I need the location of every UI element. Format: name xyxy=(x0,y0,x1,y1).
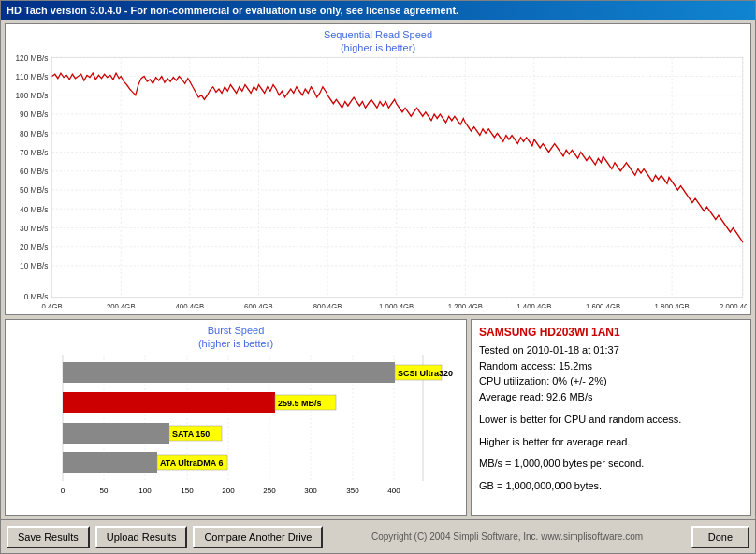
drive-note1: Lower is better for CPU and random acces… xyxy=(479,412,743,429)
svg-text:0,4GB: 0,4GB xyxy=(42,303,63,308)
svg-text:0 MB/s: 0 MB/s xyxy=(24,291,49,300)
svg-text:150: 150 xyxy=(181,487,194,495)
svg-text:50 MB/s: 50 MB/s xyxy=(20,185,49,195)
svg-text:30 MB/s: 30 MB/s xyxy=(20,223,49,232)
svg-text:259.5 MB/s: 259.5 MB/s xyxy=(278,399,322,408)
main-window: HD Tach version 3.0.4.0 - For non-commer… xyxy=(0,0,756,554)
svg-text:ATA UltraDMA 6: ATA UltraDMA 6 xyxy=(160,459,224,468)
svg-text:110 MB/s: 110 MB/s xyxy=(15,71,49,80)
svg-text:1.800,4GB: 1.800,4GB xyxy=(655,303,690,308)
title-bar: HD Tach version 3.0.4.0 - For non-commer… xyxy=(1,1,755,20)
upload-results-button[interactable]: Upload Results xyxy=(95,526,188,548)
svg-text:20 MB/s: 20 MB/s xyxy=(20,241,49,251)
svg-text:600,4GB: 600,4GB xyxy=(244,303,273,308)
svg-rect-0 xyxy=(52,57,743,298)
svg-text:1.600,4GB: 1.600,4GB xyxy=(586,303,620,308)
drive-avg-read: Average read: 92.6 MB/s xyxy=(479,389,743,405)
compare-drive-button[interactable]: Compare Another Drive xyxy=(193,526,323,548)
svg-text:100: 100 xyxy=(138,487,152,495)
copyright-text: Copyright (C) 2004 Simpli Software, Inc.… xyxy=(328,532,685,542)
svg-text:SCSI Ultra320: SCSI Ultra320 xyxy=(398,369,453,378)
seq-chart-svg: 120 MB/s 110 MB/s 100 MB/s 90 MB/s 80 MB… xyxy=(9,55,747,308)
svg-text:350: 350 xyxy=(346,487,359,495)
svg-text:2.000,4GE: 2.000,4GE xyxy=(720,303,747,308)
seq-chart: 120 MB/s 110 MB/s 100 MB/s 90 MB/s 80 MB… xyxy=(9,55,747,308)
svg-text:100 MB/s: 100 MB/s xyxy=(15,90,49,99)
svg-text:40 MB/s: 40 MB/s xyxy=(20,204,49,213)
burst-chart-svg: SCSI Ultra320 259.5 MB/s SATA 150 ATA Ul… xyxy=(9,355,462,500)
svg-text:120 MB/s: 120 MB/s xyxy=(15,55,49,63)
svg-text:1.000,4GB: 1.000,4GB xyxy=(379,303,414,308)
seq-chart-container: Sequential Read Speed (higher is better) xyxy=(5,23,751,315)
svg-text:90 MB/s: 90 MB/s xyxy=(20,109,49,119)
svg-text:300: 300 xyxy=(304,487,317,495)
content-area: Sequential Read Speed (higher is better) xyxy=(1,20,755,519)
svg-text:400,4GB: 400,4GB xyxy=(176,303,205,308)
drive-cpu: CPU utilization: 0% (+/- 2%) xyxy=(479,373,743,389)
bottom-section: Burst Speed (higher is better) xyxy=(5,319,751,516)
drive-note4: GB = 1,000,000,000 bytes. xyxy=(479,478,743,495)
svg-text:10 MB/s: 10 MB/s xyxy=(20,261,49,270)
drive-title: SAMSUNG HD203WI 1AN1 xyxy=(479,326,743,339)
svg-text:400: 400 xyxy=(387,487,400,495)
svg-text:SATA 150: SATA 150 xyxy=(172,430,210,439)
svg-text:70 MB/s: 70 MB/s xyxy=(20,147,49,156)
svg-text:250: 250 xyxy=(263,487,276,495)
drive-test-date: Tested on 2010-01-18 at 01:37 xyxy=(479,343,743,358)
drive-note3: MB/s = 1,000,000 bytes per second. xyxy=(479,456,743,473)
svg-rect-68 xyxy=(63,452,157,473)
drive-note2: Higher is better for average read. xyxy=(479,434,743,451)
svg-text:60 MB/s: 60 MB/s xyxy=(20,166,49,175)
svg-text:0: 0 xyxy=(61,487,65,495)
burst-chart-container: Burst Speed (higher is better) xyxy=(5,319,467,516)
svg-text:50: 50 xyxy=(100,487,109,495)
svg-rect-59 xyxy=(63,362,395,383)
svg-text:200: 200 xyxy=(222,487,235,495)
title-text: HD Tach version 3.0.4.0 - For non-commer… xyxy=(7,5,458,16)
svg-text:80 MB/s: 80 MB/s xyxy=(20,128,49,138)
svg-text:1.200,4GB: 1.200,4GB xyxy=(448,303,483,308)
svg-rect-65 xyxy=(63,423,169,444)
svg-text:200,4GB: 200,4GB xyxy=(107,303,136,308)
done-button[interactable]: Done xyxy=(691,526,749,548)
drive-random-access: Random access: 15.2ms xyxy=(479,358,743,374)
drive-info-container: SAMSUNG HD203WI 1AN1 Tested on 2010-01-1… xyxy=(471,319,751,516)
burst-chart-title: Burst Speed (higher is better) xyxy=(9,324,462,351)
seq-chart-title: Sequential Read Speed (higher is better) xyxy=(9,28,747,55)
svg-text:800,4GB: 800,4GB xyxy=(313,303,342,308)
footer: Save Results Upload Results Compare Anot… xyxy=(1,519,755,553)
svg-rect-62 xyxy=(63,392,275,413)
save-results-button[interactable]: Save Results xyxy=(7,526,90,548)
svg-text:1.400,4GB: 1.400,4GB xyxy=(516,303,551,308)
